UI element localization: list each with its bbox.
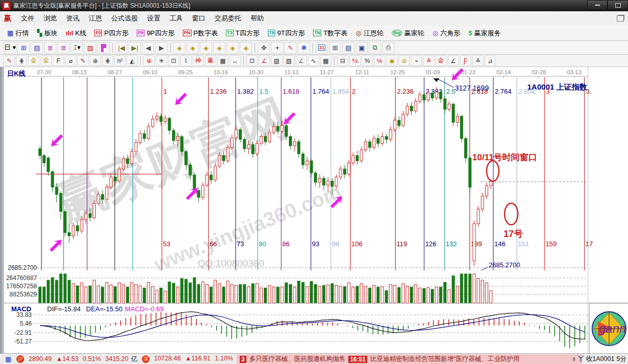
hand-tool[interactable]: ✥: [258, 42, 270, 54]
percent-tool[interactable]: %: [362, 55, 373, 66]
crosshair-tool[interactable]: ＋: [271, 42, 283, 54]
grid-tool[interactable]: ▦: [217, 55, 228, 66]
mini-chart-3-icon[interactable]: ≣: [44, 42, 56, 54]
period-day-dropdown[interactable]: 日 ▾: [4, 42, 16, 54]
gann-diamond-1[interactable]: ◈: [173, 42, 185, 54]
gann-diamond-3[interactable]: ◈: [200, 42, 212, 54]
shaded-box-tool[interactable]: ▨: [271, 55, 282, 66]
info-panel-icon[interactable]: ▤: [31, 42, 43, 54]
wedge-tool[interactable]: ⊿: [485, 55, 496, 66]
gann-diamond-6[interactable]: ◈: [240, 42, 252, 54]
hatch-box-tool[interactable]: ▧: [283, 55, 295, 66]
menu-帮助[interactable]: 帮助: [246, 12, 268, 24]
news-ticker[interactable]: 3 多只医疗器械、医药股遭机构抛售 16:51 比亚迪精密制造经营范围新增“医疗…: [237, 354, 582, 364]
gann-diamond-2[interactable]: ◈: [186, 42, 199, 54]
news-scroll-spinner[interactable]: ▲▼: [572, 356, 576, 361]
gann-wheel-button[interactable]: ◎江恩轮: [351, 27, 387, 39]
gann-box-tool[interactable]: ⊡: [168, 55, 179, 66]
minimize-button[interactable]: [587, 0, 608, 10]
angle-tool[interactable]: ◭: [127, 55, 138, 66]
kline-button[interactable]: ılılK线: [61, 27, 90, 39]
last-bar-button[interactable]: ▶|: [129, 42, 141, 54]
maximize-button[interactable]: [608, 0, 628, 10]
fan-lines-tool[interactable]: ∠: [259, 55, 270, 66]
next-bar-button[interactable]: ▶: [155, 42, 168, 54]
first-bar-button[interactable]: |◀: [115, 42, 128, 54]
memo-button[interactable]: ▤: [342, 42, 354, 54]
t-square-button[interactable]: T3T四方形: [222, 27, 263, 39]
fibonacci-tool[interactable]: F: [53, 55, 64, 66]
angle-g-tool[interactable]: ≚: [472, 55, 484, 66]
gann-circle-tool[interactable]: ⊕: [143, 55, 155, 66]
menu-文件[interactable]: 文件: [16, 12, 39, 24]
pencil-tool[interactable]: ✎: [4, 55, 15, 66]
gold-red-tool[interactable]: 金: [435, 55, 447, 66]
menu-窗口[interactable]: 窗口: [187, 12, 210, 24]
sectors-button[interactable]: ▚板块: [33, 27, 61, 39]
gold-ring-tool[interactable]: ⊜: [399, 55, 410, 66]
wave-tool[interactable]: ⌇: [180, 55, 192, 66]
9t-square-button[interactable]: T99T四方形: [264, 27, 309, 39]
chart-area[interactable]: 赢家财富网www.yingjia360.comQQ:10080036007-30…: [4, 67, 628, 353]
t-table-button[interactable]: TNT数字表: [309, 27, 351, 39]
box2-tool[interactable]: ⊡: [246, 55, 258, 66]
shen-tool[interactable]: 神: [193, 55, 204, 66]
news-headline-1[interactable]: 多只医疗器械、医药股遭机构抛售: [249, 355, 346, 363]
calendar-button[interactable]: 21: [316, 42, 328, 54]
cycle-circle-tool[interactable]: ⊕: [90, 55, 101, 66]
quote-grid-icon[interactable]: ▦: [5, 355, 11, 363]
color-trend-icon[interactable]: ▛: [97, 42, 110, 54]
mark-tool[interactable]: ✎: [284, 42, 297, 54]
hexagon-button[interactable]: ◎六角形: [428, 27, 464, 39]
print-button[interactable]: ⎙: [382, 42, 394, 54]
spiral-tool[interactable]: ⌀: [65, 55, 76, 66]
angle-j-tool[interactable]: ∠: [448, 55, 459, 66]
save-button[interactable]: ▣: [355, 42, 368, 54]
angle-f-tool[interactable]: Ƒ: [460, 55, 471, 66]
menu-浏览[interactable]: 浏览: [39, 12, 61, 24]
winner-service-button[interactable]: $赢家服务: [465, 27, 505, 39]
menu-江恩[interactable]: 江恩: [84, 12, 107, 24]
yingjia-tool[interactable]: 赢: [205, 55, 216, 66]
9p-square-button[interactable]: P99P四方形: [133, 27, 179, 39]
angle2-tool[interactable]: ∠: [296, 55, 307, 66]
shanghai-index-summary[interactable]: 沪 2890.49 ▲14.53 0.51% 3415.20亿: [14, 355, 140, 363]
p-table-button[interactable]: PNP数字表: [179, 27, 222, 39]
golden-box-tool[interactable]: 金: [40, 55, 52, 66]
time-rule-tool[interactable]: ⋕: [102, 55, 113, 66]
grid2-tool[interactable]: ▦: [320, 55, 331, 66]
quotes-button[interactable]: ▦行情: [3, 27, 33, 39]
winner-wheel-button[interactable]: Big赢家轮: [388, 27, 429, 39]
menu-工具[interactable]: 工具: [165, 12, 187, 24]
news-headline-2[interactable]: 比亚迪精密制造经营范围新增“医疗器械、工业防护用: [370, 355, 520, 363]
candle-style-dropdown[interactable]: ⌶▾: [71, 42, 83, 54]
brush-tool[interactable]: ✎: [77, 55, 89, 66]
mini-chart-9-icon[interactable]: ≣: [57, 42, 70, 54]
gold-circle-tool[interactable]: ◉: [386, 55, 397, 66]
square-n2-tool[interactable]: n²: [114, 55, 125, 66]
menu-资讯[interactable]: 资讯: [61, 12, 84, 24]
calculator-button[interactable]: ⊞: [329, 42, 341, 54]
overlay-window-icon[interactable]: ⊞: [17, 42, 30, 54]
menu-交易委托[interactable]: 交易委托: [210, 12, 246, 24]
delta-red-tool[interactable]: ≙: [423, 55, 434, 66]
gann-line-tool[interactable]: ⋕: [16, 55, 27, 66]
gann-diamond-5[interactable]: ◈: [226, 42, 239, 54]
gann-diamond-4[interactable]: ◈: [213, 42, 225, 54]
pattern-icon[interactable]: ▨: [84, 42, 96, 54]
gann-star-tool[interactable]: ✳: [156, 55, 167, 66]
percent-red-tool[interactable]: ⅍: [349, 55, 361, 66]
percent2-tool[interactable]: ℅: [374, 55, 385, 66]
wave2-tool[interactable]: ∿: [308, 55, 319, 66]
golden-section-tool[interactable]: 金: [28, 55, 39, 66]
p-square-button[interactable]: P3P四方形: [90, 27, 133, 39]
price-grid-tool[interactable]: ⊟: [337, 55, 348, 66]
menu-设置[interactable]: 设置: [142, 12, 165, 24]
analyze-tool[interactable]: ❃: [298, 42, 310, 54]
expand-tool[interactable]: ↔: [229, 55, 241, 66]
menu-公式选股[interactable]: 公式选股: [107, 12, 142, 24]
flash-tool[interactable]: ⌁: [411, 55, 422, 66]
mdi-restore-icon[interactable]: [617, 15, 624, 22]
prev-bar-button[interactable]: ◀: [142, 42, 154, 54]
export-image-button[interactable]: ⧉: [369, 42, 381, 54]
